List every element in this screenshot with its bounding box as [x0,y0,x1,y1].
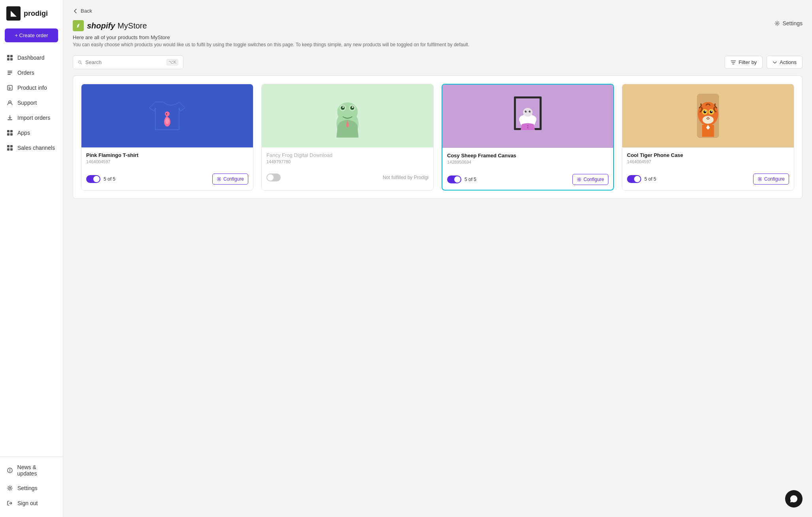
sidebar-item-label: Apps [17,130,30,136]
svg-rect-15 [7,133,9,136]
configure-icon-3 [577,177,582,182]
svg-point-49 [526,111,527,111]
product-card-3: Cosy Sheep Framed Canvas 1428950694 5 of… [442,84,614,191]
svg-rect-14 [10,130,13,132]
svg-point-37 [352,106,353,108]
svg-rect-19 [7,148,9,151]
filter-label: Filter by [738,59,757,65]
back-label: Back [81,8,92,14]
svg-point-50 [530,111,531,111]
svg-rect-20 [10,148,13,151]
settings-link[interactable]: Settings [774,20,803,26]
product-info-2: Fancy Frog Digital Download 1449797780 [262,147,433,174]
svg-point-52 [527,127,529,128]
nav-section: Dashboard Orders Product info Support Im… [0,50,63,457]
sign-out-icon [6,500,13,507]
toggle-1[interactable] [86,175,100,183]
chat-button[interactable] [785,490,803,508]
settings-nav-icon [6,485,13,492]
configure-icon-1 [217,177,221,181]
toggle-area-3: 5 of 5 [447,175,476,183]
svg-rect-2 [7,58,9,60]
product-footer-4: 5 of 5 Configure [622,174,794,189]
product-name-3: Cosy Sheep Framed Canvas [447,153,608,158]
sidebar-item-label: Settings [17,485,38,491]
svg-point-62 [705,111,706,112]
sidebar-bottom: News & updates Settings Sign out [0,457,63,511]
shopify-label: shopify [87,21,115,30]
create-order-button[interactable]: + Create order [5,28,58,42]
product-info-1: Pink Flamingo T-shirt 1464004597 [81,147,253,174]
sidebar-logo: ◣ prodigi [0,6,63,28]
product-info-3: Cosy Sheep Framed Canvas 1428950694 [442,148,613,174]
chevron-down-icon [772,60,777,65]
toolbar-right: Filter by Actions [725,56,803,69]
configure-button-3[interactable]: Configure [572,174,608,185]
support-icon [6,99,13,106]
toggle-4[interactable] [627,175,641,183]
import-orders-icon [6,114,13,121]
product-name-2: Fancy Frog Digital Download [266,152,429,158]
main-content: Back shopify MyStore Settings Here are a… [63,0,812,517]
svg-rect-16 [10,133,13,136]
search-box[interactable]: ⌥K [73,55,183,69]
sidebar-item-news-updates[interactable]: News & updates [0,460,63,481]
sidebar-item-orders[interactable]: Orders [0,65,63,80]
store-header: shopify MyStore Settings [73,20,803,31]
sidebar-item-settings[interactable]: Settings [0,481,63,496]
logo-icon: ◣ [6,6,21,21]
sidebar-item-apps[interactable]: Apps [0,125,63,140]
back-link[interactable]: Back [73,8,92,14]
sidebar-item-sales-channels[interactable]: Sales channels [0,140,63,155]
toggle-label-4: 5 of 5 [644,176,656,182]
toggle-2[interactable] [266,174,281,181]
toolbar: ⌥K Filter by Actions [73,55,803,69]
svg-point-48 [529,111,531,113]
configure-button-4[interactable]: Configure [753,174,789,185]
sidebar-item-sign-out[interactable]: Sign out [0,496,63,511]
product-card-4: Cool Tiger Phone Case 1464004597 5 of 5 … [622,84,794,191]
actions-button[interactable]: Actions [767,56,803,69]
svg-point-29 [218,178,220,180]
settings-label: Settings [782,20,803,26]
shopify-icon [73,20,84,31]
svg-rect-8 [9,87,9,87]
sidebar-item-dashboard[interactable]: Dashboard [0,50,63,65]
apps-icon [6,129,13,136]
sidebar-item-label: Sign out [17,500,38,506]
product-image-3 [442,85,613,148]
configure-button-1[interactable]: Configure [212,174,248,185]
sidebar-item-label: Sales channels [17,145,55,151]
sales-channels-icon [6,144,13,151]
sidebar-item-label: Support [17,100,37,106]
svg-rect-5 [8,72,12,73]
store-title: shopify MyStore [73,20,147,31]
svg-point-28 [166,113,167,115]
svg-point-46 [523,108,533,117]
sidebar-item-label: Product info [17,85,47,91]
sidebar-item-support[interactable]: Support [0,95,63,110]
svg-rect-13 [7,130,9,132]
product-footer-3: 5 of 5 Configure [442,174,613,190]
product-image-4 [622,84,794,147]
sidebar-item-product-info[interactable]: Product info [0,80,63,95]
product-footer-2: Not fulfilled by Prodigi [262,174,433,186]
subtitle-2: You can easily choose which products you… [73,42,803,47]
svg-point-27 [165,118,169,124]
sidebar-item-import-orders[interactable]: Import orders [0,110,63,125]
product-id-1: 1464004597 [86,159,248,164]
product-name-1: Pink Flamingo T-shirt [86,152,248,158]
toggle-area-1: 5 of 5 [86,175,115,183]
product-card-2: Fancy Frog Digital Download 1449797780 N… [261,84,434,191]
toggle-3[interactable] [447,175,461,183]
product-image-2 [262,84,433,147]
svg-rect-18 [10,145,13,147]
sidebar-item-label: News & updates [17,464,57,477]
svg-point-26 [165,111,170,116]
toggle-label-1: 5 of 5 [104,176,115,182]
product-card-1: Pink Flamingo T-shirt 1464004597 5 of 5 … [81,84,253,191]
filter-by-button[interactable]: Filter by [725,56,763,69]
search-input[interactable] [85,59,163,65]
dashboard-icon [6,54,13,61]
store-name-block: shopify MyStore [87,21,147,30]
